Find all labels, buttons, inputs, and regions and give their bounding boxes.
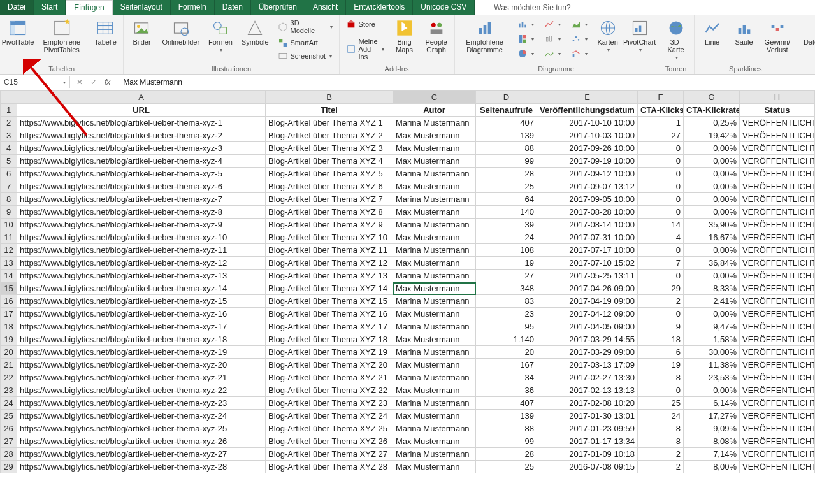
cell[interactable]: 2017-04-26 09:00: [537, 282, 638, 295]
chart-type-line-button[interactable]: ▾: [542, 18, 563, 31]
cell[interactable]: 2017-09-05 10:00: [537, 193, 638, 206]
cell[interactable]: VERÖFFENTLICHT: [740, 448, 815, 461]
cell[interactable]: 20: [476, 346, 537, 359]
cell[interactable]: 2017-07-17 10:00: [537, 244, 638, 257]
cell[interactable]: 7,14%: [684, 448, 740, 461]
cell[interactable]: 23,53%: [684, 371, 740, 384]
cell[interactable]: 2017-04-19 09:00: [537, 295, 638, 308]
cell[interactable]: 2017-02-08 10:20: [537, 397, 638, 410]
cell[interactable]: Max Mustermann: [393, 257, 476, 270]
cell[interactable]: 1: [638, 117, 684, 129]
col-header-G[interactable]: G: [684, 91, 740, 104]
cell[interactable]: Marina Mustermann: [393, 295, 476, 308]
cell[interactable]: Marina Mustermann: [393, 422, 476, 435]
chart-type-area-button[interactable]: ▾: [568, 18, 590, 31]
row-header[interactable]: 25: [1, 410, 17, 422]
cell[interactable]: 29: [638, 282, 684, 295]
cell[interactable]: Blog-Artikel über Thema XYZ 4: [266, 155, 393, 168]
cell[interactable]: https://www.biglytics.net/blog/artikel-u…: [17, 448, 266, 461]
cell[interactable]: https://www.biglytics.net/blog/artikel-u…: [17, 422, 266, 435]
store-button[interactable]: Store: [343, 18, 387, 31]
cell[interactable]: Max Mustermann: [393, 359, 476, 371]
cell[interactable]: 2: [638, 295, 684, 308]
cell[interactable]: 23: [476, 308, 537, 320]
cell[interactable]: Max Mustermann: [393, 206, 476, 219]
cell[interactable]: Blog-Artikel über Thema XYZ 8: [266, 206, 393, 219]
cell[interactable]: Max Mustermann: [393, 155, 476, 168]
row-header[interactable]: 17: [1, 308, 17, 320]
row-header[interactable]: 6: [1, 168, 17, 180]
cell[interactable]: Blog-Artikel über Thema XYZ 25: [266, 422, 393, 435]
cell[interactable]: 6: [638, 346, 684, 359]
cell[interactable]: 2017-09-07 13:12: [537, 180, 638, 193]
cell[interactable]: Max Mustermann: [393, 231, 476, 244]
cell[interactable]: 24: [476, 231, 537, 244]
cell[interactable]: 8: [638, 422, 684, 435]
cell[interactable]: 0: [638, 180, 684, 193]
cell[interactable]: 95: [476, 320, 537, 333]
cell[interactable]: 2017-07-10 15:02: [537, 257, 638, 270]
menu-tab-unicode csv[interactable]: Unicode CSV: [413, 0, 475, 15]
cell[interactable]: https://www.biglytics.net/blog/artikel-u…: [17, 461, 266, 473]
cell[interactable]: Blog-Artikel über Thema XYZ 28: [266, 461, 393, 473]
cell[interactable]: Blog-Artikel über Thema XYZ 2: [266, 129, 393, 142]
cell[interactable]: 19: [638, 359, 684, 371]
cell[interactable]: 39: [476, 219, 537, 231]
cell[interactable]: Blog-Artikel über Thema XYZ 3: [266, 142, 393, 155]
cell[interactable]: 19: [476, 257, 537, 270]
cell[interactable]: 24: [638, 410, 684, 422]
cell[interactable]: 2017-01-17 13:34: [537, 435, 638, 448]
cell[interactable]: https://www.biglytics.net/blog/artikel-u…: [17, 333, 266, 346]
cell[interactable]: 0: [638, 168, 684, 180]
col-header-D[interactable]: D: [476, 91, 537, 104]
cell[interactable]: Blog-Artikel über Thema XYZ 19: [266, 346, 393, 359]
cell[interactable]: 25: [476, 461, 537, 473]
cell[interactable]: Blog-Artikel über Thema XYZ 14: [266, 282, 393, 295]
cell[interactable]: VERÖFFENTLICHT: [740, 461, 815, 473]
cell[interactable]: Max Mustermann: [393, 435, 476, 448]
cell[interactable]: https://www.biglytics.net/blog/artikel-u…: [17, 129, 266, 142]
cell[interactable]: 8: [638, 435, 684, 448]
cell[interactable]: 88: [476, 142, 537, 155]
row-header[interactable]: 26: [1, 422, 17, 435]
recommended-pivottables-button[interactable]: Empfohlene PivotTables: [36, 18, 87, 55]
cell[interactable]: Blog-Artikel über Thema XYZ 26: [266, 435, 393, 448]
col-header-H[interactable]: H: [740, 91, 815, 104]
cell[interactable]: Blog-Artikel über Thema XYZ 17: [266, 320, 393, 333]
cell[interactable]: VERÖFFENTLICHT: [740, 231, 815, 244]
menu-tab-formeln[interactable]: Formeln: [171, 0, 215, 15]
row-header[interactable]: 27: [1, 435, 17, 448]
cell[interactable]: VERÖFFENTLICHT: [740, 117, 815, 129]
maps-button[interactable]: Karten▾: [594, 18, 622, 54]
row-header[interactable]: 24: [1, 397, 17, 410]
menu-tab-seitenlayout[interactable]: Seitenlayout: [113, 0, 171, 15]
cell[interactable]: Blog-Artikel über Thema XYZ 15: [266, 295, 393, 308]
cell[interactable]: Blog-Artikel über Thema XYZ 16: [266, 308, 393, 320]
chart-type-pie-button[interactable]: ▾: [515, 47, 537, 60]
cell[interactable]: 0,00%: [684, 384, 740, 397]
select-all-corner[interactable]: [1, 91, 17, 104]
cell[interactable]: 1,58%: [684, 333, 740, 346]
cell[interactable]: 0,00%: [684, 270, 740, 282]
cell[interactable]: https://www.biglytics.net/blog/artikel-u…: [17, 117, 266, 129]
col-header-C[interactable]: C: [393, 91, 476, 104]
row-header[interactable]: 11: [1, 231, 17, 244]
cell[interactable]: https://www.biglytics.net/blog/artikel-u…: [17, 142, 266, 155]
pivottable-button[interactable]: PivotTable: [4, 18, 32, 47]
cell[interactable]: 25: [476, 180, 537, 193]
cell[interactable]: 0,00%: [684, 206, 740, 219]
cell[interactable]: Marina Mustermann: [393, 320, 476, 333]
slicer-button[interactable]: Datenschnitt: [801, 18, 815, 47]
header-cell[interactable]: URL: [17, 104, 266, 117]
row-header[interactable]: 29: [1, 461, 17, 473]
cell[interactable]: https://www.biglytics.net/blog/artikel-u…: [17, 410, 266, 422]
cell[interactable]: https://www.biglytics.net/blog/artikel-u…: [17, 257, 266, 270]
chart-type-bar-button[interactable]: ▾: [515, 18, 537, 31]
cell[interactable]: VERÖFFENTLICHT: [740, 155, 815, 168]
3d-map-button[interactable]: 3D-Karte▾: [662, 18, 690, 62]
shapes-button[interactable]: Formen▾: [206, 18, 235, 54]
cell[interactable]: 35,90%: [684, 219, 740, 231]
cell[interactable]: Blog-Artikel über Thema XYZ 12: [266, 257, 393, 270]
cell[interactable]: 8,08%: [684, 435, 740, 448]
cell[interactable]: VERÖFFENTLICHT: [740, 333, 815, 346]
